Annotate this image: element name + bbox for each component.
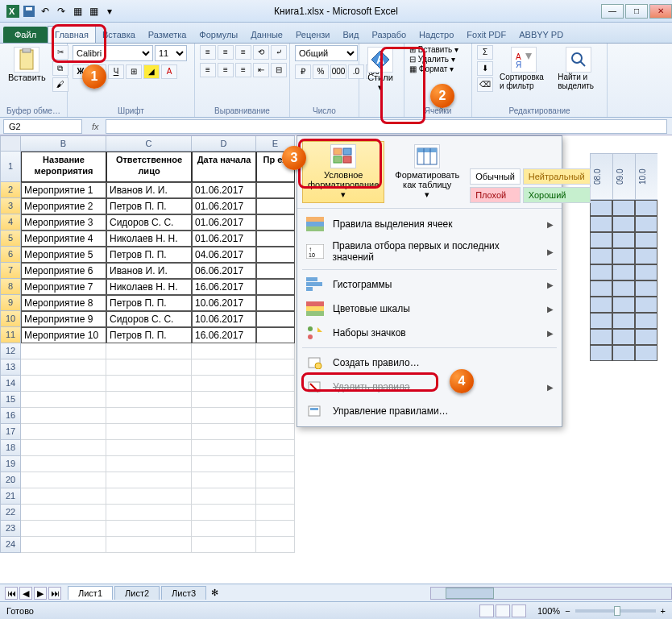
fill-button[interactable]: ⬇ — [477, 61, 493, 76]
cell[interactable] — [256, 505, 295, 521]
format-as-table-button[interactable]: Форматировать как таблицу▾ — [389, 141, 465, 203]
cell[interactable]: Мероприятие 8 — [21, 295, 106, 311]
cell[interactable] — [21, 505, 106, 521]
cell[interactable] — [256, 198, 295, 214]
cell[interactable] — [256, 182, 295, 198]
tab-data[interactable]: Данные — [244, 27, 289, 43]
row-header[interactable]: 18 — [0, 440, 21, 456]
zoom-slider[interactable] — [575, 609, 656, 613]
header-cell[interactable]: Название мероприятия — [21, 152, 106, 182]
gantt-cell[interactable] — [612, 329, 635, 345]
cell[interactable]: Петров П. П. — [106, 327, 192, 343]
align-left-button[interactable]: ≡ — [200, 63, 216, 77]
menu-manage-rules[interactable]: Управление правилами… — [297, 399, 562, 423]
cell[interactable] — [106, 343, 192, 359]
style-bad[interactable]: Плохой — [470, 187, 521, 203]
sheet-nav-first[interactable]: ⏮ — [5, 587, 18, 600]
cell[interactable]: Сидоров С. С. — [106, 214, 192, 231]
cell[interactable]: 16.06.2017 — [192, 327, 256, 343]
cell[interactable] — [256, 424, 295, 440]
row-header[interactable]: 8 — [0, 279, 21, 295]
cell[interactable] — [21, 359, 106, 376]
row-header[interactable]: 17 — [0, 424, 21, 440]
gantt-cell[interactable] — [635, 216, 657, 232]
gantt-cell[interactable] — [635, 297, 657, 313]
cell[interactable] — [192, 537, 256, 553]
cell[interactable] — [256, 214, 295, 231]
gantt-cell[interactable] — [612, 248, 635, 264]
cell[interactable]: Иванов И. И. — [106, 182, 192, 198]
cell[interactable] — [106, 359, 192, 376]
cell[interactable]: Николаев Н. Н. — [106, 231, 192, 247]
tab-insert[interactable]: Вставка — [96, 27, 142, 43]
horizontal-scrollbar[interactable] — [430, 587, 672, 600]
cell[interactable] — [256, 408, 295, 424]
cell[interactable] — [21, 440, 106, 456]
paste-button[interactable]: Вставить — [5, 45, 49, 84]
gantt-cell[interactable] — [612, 345, 635, 361]
cell[interactable] — [256, 295, 295, 311]
gantt-cell[interactable] — [590, 264, 612, 280]
cell[interactable] — [192, 505, 256, 521]
cell[interactable] — [192, 521, 256, 537]
sheet-tab-1[interactable]: Лист1 — [68, 586, 113, 600]
cell[interactable] — [256, 231, 295, 247]
cell[interactable] — [106, 472, 192, 488]
font-size-select[interactable]: 11 — [155, 45, 187, 61]
header-cell[interactable]: Ответственное лицо — [106, 152, 192, 182]
cell[interactable] — [256, 472, 295, 488]
cell[interactable] — [192, 343, 256, 359]
cell[interactable] — [192, 456, 256, 472]
cell[interactable] — [256, 521, 295, 537]
cell[interactable]: 01.06.2017 — [192, 231, 256, 247]
sheet-nav-next[interactable]: ▶ — [34, 587, 47, 600]
row-header[interactable]: 11 — [0, 327, 21, 343]
cell[interactable]: 04.06.2017 — [192, 247, 256, 263]
cell[interactable] — [192, 488, 256, 505]
zoom-out-button[interactable]: − — [565, 606, 570, 616]
align-bottom-button[interactable]: ≡ — [235, 45, 251, 60]
style-normal[interactable]: Обычный — [470, 168, 521, 185]
row-header[interactable]: 20 — [0, 472, 21, 488]
tab-foxit[interactable]: Foxit PDF — [460, 27, 512, 43]
align-right-button[interactable]: ≡ — [235, 63, 251, 77]
gantt-cell[interactable] — [612, 297, 635, 313]
gantt-cell[interactable] — [635, 313, 657, 329]
format-painter-button[interactable]: 🖌 — [52, 77, 68, 92]
cell[interactable] — [256, 376, 295, 392]
row-header[interactable]: 12 — [0, 343, 21, 359]
cell[interactable] — [106, 456, 192, 472]
sheet-nav-prev[interactable]: ◀ — [19, 587, 32, 600]
gantt-cell[interactable] — [635, 200, 657, 216]
cell[interactable] — [21, 537, 106, 553]
cell[interactable] — [192, 440, 256, 456]
cell[interactable] — [106, 505, 192, 521]
merge-button[interactable]: ⊟ — [271, 63, 287, 77]
font-name-select[interactable]: Calibri — [73, 45, 153, 61]
cell[interactable]: Мероприятие 5 — [21, 247, 106, 263]
gantt-cell[interactable] — [590, 248, 612, 264]
cell[interactable] — [21, 376, 106, 392]
qat-icon[interactable]: ▦ — [71, 5, 84, 18]
formula-input[interactable] — [106, 119, 667, 134]
row-header[interactable]: 7 — [0, 263, 21, 279]
row-header[interactable]: 10 — [0, 311, 21, 327]
gantt-cell[interactable] — [612, 232, 635, 248]
cell[interactable]: 10.06.2017 — [192, 311, 256, 327]
cell[interactable]: Николаев Н. Н. — [106, 279, 192, 295]
cell[interactable]: Мероприятие 10 — [21, 327, 106, 343]
zoom-in-button[interactable]: + — [661, 606, 666, 616]
tab-developer[interactable]: Разрабо — [365, 27, 413, 43]
gantt-cell[interactable] — [590, 329, 612, 345]
gantt-cell[interactable] — [635, 248, 657, 264]
cell[interactable]: Мероприятие 1 — [21, 182, 106, 198]
cell[interactable] — [256, 343, 295, 359]
cell[interactable]: Петров П. П. — [106, 295, 192, 311]
cell[interactable]: Мероприятие 7 — [21, 279, 106, 295]
col-header-b[interactable]: B — [21, 135, 106, 152]
cell[interactable] — [21, 392, 106, 408]
border-button[interactable]: ⊞ — [126, 64, 142, 79]
orientation-button[interactable]: ⟲ — [253, 45, 269, 60]
cell[interactable] — [21, 343, 106, 359]
cell[interactable] — [106, 521, 192, 537]
